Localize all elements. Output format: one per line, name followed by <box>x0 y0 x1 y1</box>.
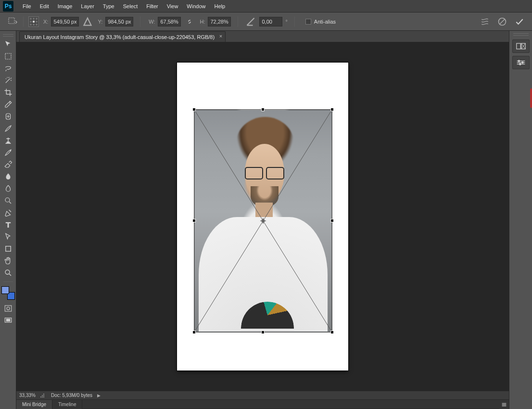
bottom-panel-tabs: Mini Bridge Timeline <box>16 399 509 409</box>
zoom-tool-icon[interactable] <box>2 267 14 279</box>
svg-rect-7 <box>5 306 12 311</box>
bottom-panel-menu-icon[interactable] <box>499 400 509 409</box>
y-input[interactable] <box>105 17 133 26</box>
path-select-tool-icon[interactable] <box>2 231 14 243</box>
svg-point-8 <box>7 307 10 310</box>
tools-panel <box>0 31 16 409</box>
panel-icon-properties[interactable] <box>512 56 530 69</box>
menu-layer[interactable]: Layer <box>76 0 99 12</box>
tab-timeline[interactable]: Timeline <box>52 400 82 409</box>
menu-filter[interactable]: Filter <box>142 0 162 12</box>
commit-transform-icon[interactable] <box>515 17 524 26</box>
clone-stamp-tool-icon[interactable] <box>2 135 14 146</box>
y-label: Y: <box>98 19 102 25</box>
svg-rect-15 <box>42 396 43 397</box>
x-label: X: <box>43 19 48 25</box>
bottom-tab-spacer <box>82 400 499 409</box>
reference-point-picker[interactable] <box>28 16 39 27</box>
zoom-readout[interactable]: 33,33% <box>19 393 36 398</box>
screenmode-toggle-icon[interactable] <box>2 315 14 326</box>
cancel-transform-icon[interactable] <box>497 17 507 26</box>
canvas-viewport[interactable] <box>16 42 509 391</box>
menu-window[interactable]: Window <box>182 0 210 12</box>
separator <box>294 16 295 27</box>
right-panel-dock <box>509 31 532 409</box>
gradient-tool-icon[interactable] <box>2 171 14 182</box>
app-logo-icon: Ps <box>3 1 13 12</box>
svg-rect-20 <box>516 43 520 49</box>
menu-image[interactable]: Image <box>53 0 77 12</box>
h-label: H: <box>200 19 205 25</box>
blur-tool-icon[interactable] <box>2 183 14 194</box>
x-input[interactable] <box>51 17 79 26</box>
warp-mode-icon[interactable] <box>480 17 490 26</box>
separator <box>140 16 140 27</box>
pen-tool-icon[interactable] <box>2 207 14 218</box>
collapsed-panel-edge-tab[interactable] <box>530 89 532 108</box>
right-collapse-grip[interactable] <box>511 32 531 37</box>
type-tool-icon[interactable] <box>2 219 14 230</box>
foreground-color-swatch[interactable] <box>1 286 9 294</box>
antialias-checkbox[interactable] <box>305 19 311 25</box>
svg-point-23 <box>521 62 523 63</box>
options-bar: X: Y: W: H: ° Anti-alias <box>0 13 532 31</box>
tool-separator <box>2 279 14 284</box>
menu-type[interactable]: Type <box>99 0 119 12</box>
shape-tool-icon[interactable] <box>2 243 14 255</box>
rect-marquee-tool-icon[interactable] <box>2 51 14 62</box>
svg-point-6 <box>5 270 10 274</box>
svg-rect-17 <box>42 395 43 396</box>
link-aspect-icon[interactable] <box>186 18 193 26</box>
healing-brush-tool-icon[interactable] <box>2 111 14 122</box>
document-area: Ukuran Layout Instagram Story @ 33,3% (a… <box>16 31 509 409</box>
lasso-tool-icon[interactable] <box>2 63 14 74</box>
separator <box>238 16 238 27</box>
menu-file[interactable]: File <box>18 0 36 12</box>
w-input[interactable] <box>158 17 181 26</box>
quickmask-toggle-icon[interactable] <box>2 303 14 314</box>
panel-icon-history[interactable] <box>512 39 530 53</box>
menu-bar: Ps File Edit Image Layer Type Select Fil… <box>0 0 532 13</box>
svg-rect-16 <box>43 396 44 397</box>
document-tab-title: Ukuran Layout Instagram Story @ 33,3% (a… <box>25 34 215 40</box>
svg-rect-2 <box>5 53 11 59</box>
menu-edit[interactable]: Edit <box>36 0 53 12</box>
status-resize-grip-icon[interactable] <box>40 393 46 398</box>
svg-point-24 <box>519 64 520 65</box>
status-menu-arrow-icon[interactable]: ▶ <box>97 393 101 398</box>
color-swatches[interactable] <box>1 286 15 300</box>
svg-point-22 <box>518 60 519 62</box>
history-brush-tool-icon[interactable] <box>2 147 14 158</box>
angle-input[interactable] <box>259 17 282 26</box>
menu-select[interactable]: Select <box>119 0 142 12</box>
doc-info-readout[interactable]: Doc: 5,93M/0 bytes <box>51 393 92 398</box>
svg-rect-18 <box>43 395 44 396</box>
eyedropper-tool-icon[interactable] <box>2 99 14 110</box>
brush-tool-icon[interactable] <box>2 123 14 134</box>
svg-point-4 <box>5 198 10 202</box>
delta-icon[interactable] <box>82 16 93 27</box>
canvas-artboard <box>177 63 348 371</box>
move-tool-icon[interactable] <box>2 38 14 50</box>
menu-view[interactable]: View <box>163 0 183 12</box>
document-tab[interactable]: Ukuran Layout Instagram Story @ 33,3% (a… <box>19 31 226 42</box>
svg-rect-10 <box>6 319 10 321</box>
magic-wand-tool-icon[interactable] <box>2 75 14 86</box>
crop-tool-icon[interactable] <box>2 87 14 98</box>
free-transform-tool-icon <box>7 16 18 27</box>
svg-rect-14 <box>40 396 41 397</box>
rotate-angle-icon <box>245 16 256 27</box>
document-tab-bar: Ukuran Layout Instagram Story @ 33,3% (a… <box>16 31 509 42</box>
dodge-tool-icon[interactable] <box>2 195 14 206</box>
svg-rect-5 <box>5 246 11 252</box>
antialias-label: Anti-alias <box>314 19 336 25</box>
tab-mini-bridge[interactable]: Mini Bridge <box>16 400 52 409</box>
placed-image[interactable] <box>194 110 332 332</box>
svg-rect-0 <box>9 18 14 24</box>
hand-tool-icon[interactable] <box>2 255 14 267</box>
eraser-tool-icon[interactable] <box>2 159 14 170</box>
menu-help[interactable]: Help <box>210 0 229 12</box>
close-tab-icon[interactable]: × <box>219 33 222 39</box>
h-input[interactable] <box>208 17 231 26</box>
tools-collapse-grip[interactable] <box>1 33 15 38</box>
